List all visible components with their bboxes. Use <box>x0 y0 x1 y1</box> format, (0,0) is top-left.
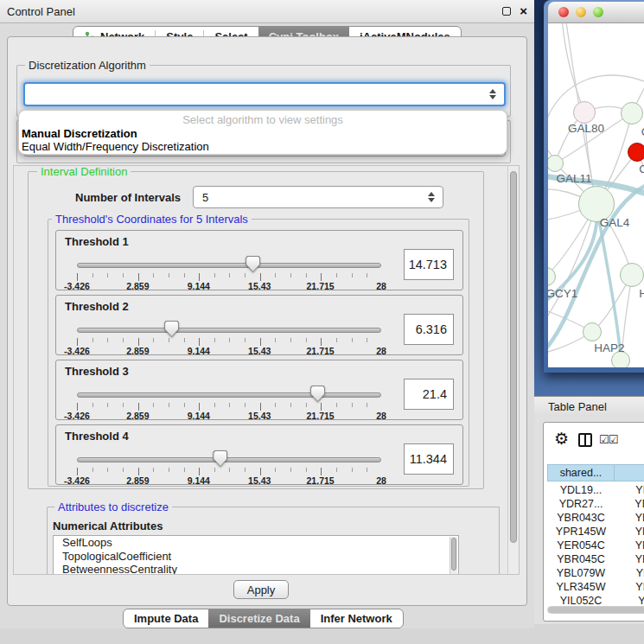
column-layout-icon[interactable] <box>578 433 592 447</box>
network-node-red[interactable] <box>628 143 644 162</box>
network-node-g[interactable] <box>621 102 643 124</box>
window-title: Control Panel <box>7 5 75 18</box>
slider-ticks <box>77 338 382 346</box>
tick-label: 15.43 <box>248 411 271 421</box>
threshold-4-slider[interactable] <box>77 457 381 462</box>
minimize-traffic-light-icon[interactable] <box>576 7 586 17</box>
column-header-name[interactable]: n <box>615 464 644 481</box>
tick-label: 28 <box>376 346 386 356</box>
algorithm-dropdown-popup: Select algorithm to view settings Manual… <box>18 110 507 155</box>
tab-infer-network[interactable]: Infer Network <box>310 609 403 628</box>
gear-icon[interactable]: ⚙ <box>554 430 569 449</box>
zoom-traffic-light-icon[interactable] <box>593 7 603 17</box>
control-panel-titlebar: Control Panel × <box>0 0 534 23</box>
number-of-intervals-value: 5 <box>202 191 208 204</box>
slider-thumb[interactable] <box>310 386 325 402</box>
tick-label: 9.144 <box>188 281 210 291</box>
tick-label: 9.144 <box>188 475 210 486</box>
node-label-h: H <box>639 287 644 300</box>
node-table: ⚙ ☑☑ shared... n YDL19...YDL1 YDR27...YD… <box>543 422 644 622</box>
discretization-algorithm-label: Discretization Algorithm <box>25 59 150 72</box>
tick-label: -3.426 <box>64 475 90 486</box>
table-row[interactable]: YBL079WYBL0 <box>547 566 644 580</box>
slider-ticks <box>77 273 382 281</box>
tick-label: 2.859 <box>126 281 149 291</box>
slider-thumb[interactable] <box>164 321 179 337</box>
node-label-gal80: GAL80 <box>568 122 604 135</box>
threshold-4-panel: Threshold 4 -3.426 2.859 9.144 15.43 21.… <box>55 424 463 485</box>
threshold-3-panel: Threshold 3 -3.426 2.859 9.144 15.43 21.… <box>55 360 463 420</box>
horizontal-scrollbar[interactable] <box>547 606 644 614</box>
network-window-titlebar <box>548 2 644 23</box>
thresholds-group: Threshold's Coordinates for 5 Intervals … <box>48 219 469 487</box>
table-row[interactable]: YDR27...YDR2 <box>547 497 644 511</box>
slider-thumb[interactable] <box>245 256 260 272</box>
select-columns-icon[interactable]: ☑☑ <box>599 433 617 446</box>
node-label-gcy1: GCY1 <box>548 287 577 300</box>
list-item[interactable]: BetweennessCentrality <box>54 563 458 575</box>
table-row[interactable]: YBR043CYBR0 <box>547 511 644 525</box>
table-row[interactable]: YER054CYER0 <box>547 539 644 552</box>
list-item[interactable]: TopologicalCoefficient <box>54 550 458 564</box>
node-label-gal4: GAL4 <box>600 216 630 229</box>
tick-label: 2.859 <box>126 346 149 356</box>
tab-impute-data[interactable]: Impute Data <box>124 609 208 628</box>
close-traffic-light-icon[interactable] <box>558 7 569 17</box>
tick-label: 2.859 <box>126 411 149 421</box>
tick-label: -3.426 <box>64 411 90 421</box>
tick-label: 9.144 <box>188 346 210 356</box>
network-node-h[interactable] <box>620 263 644 287</box>
algorithm-hint: Select algorithm to view settings <box>19 113 507 126</box>
number-of-intervals-combobox[interactable]: 5 <box>193 186 443 208</box>
threshold-4-value[interactable]: 11.344 <box>404 443 454 475</box>
cyni-toolbox-panel: Discretization Algorithm Select algorith… <box>7 36 527 606</box>
list-scrollbar[interactable] <box>450 537 457 574</box>
algorithm-option-equal-width[interactable]: Equal Width/Frequency Discretization <box>22 140 209 153</box>
threshold-1-value[interactable]: 14.713 <box>404 249 454 280</box>
table-row[interactable]: YLR345WYLR3 <box>547 580 644 594</box>
number-of-intervals-label: Number of Intervals <box>75 191 181 204</box>
network-node-hap2[interactable] <box>583 322 602 341</box>
threshold-1-slider[interactable] <box>77 263 381 268</box>
attributes-group-label: Attributes to discretize <box>54 501 172 513</box>
slider-ticks <box>77 403 382 411</box>
tab-discretize-data[interactable]: Discretize Data <box>208 609 309 628</box>
interval-definition-label: Interval Definition <box>37 165 131 178</box>
threshold-3-value[interactable]: 21.4 <box>404 379 454 410</box>
network-node-gal80[interactable] <box>573 101 596 124</box>
node-label-gal11: GAL11 <box>556 172 591 185</box>
slider-thumb[interactable] <box>213 450 227 467</box>
settings-scrollbar[interactable] <box>507 166 519 575</box>
column-header-shared[interactable]: shared... <box>547 464 615 481</box>
numerical-attributes-list[interactable]: SelfLoops TopologicalCoefficient Between… <box>53 535 459 575</box>
tick-label: 21.715 <box>307 346 335 356</box>
table-panel: ⚙ ☑☑ shared... n YDL19...YDL1 YDR27...YD… <box>534 417 644 624</box>
tick-label: 15.43 <box>248 475 271 486</box>
table-row[interactable]: YPR145WYPR1 <box>547 525 644 539</box>
float-window-icon[interactable] <box>502 7 511 16</box>
combo-arrows-icon <box>489 89 496 99</box>
tick-label: -3.426 <box>64 281 90 291</box>
combo-arrows-icon <box>428 192 435 202</box>
slider-ticks <box>77 468 382 475</box>
control-panel-window: Control Panel × Network Style Select Cyn… <box>0 0 534 628</box>
tick-label: 28 <box>376 411 386 421</box>
close-icon[interactable]: × <box>520 7 527 16</box>
apply-button[interactable]: Apply <box>233 580 289 599</box>
cyni-bottom-tabs: Impute Data Discretize Data Infer Networ… <box>123 609 404 628</box>
tick-label: 21.715 <box>307 281 335 291</box>
threshold-2-panel: Threshold 2 -3.426 2.859 9.144 15.43 21.… <box>55 295 463 355</box>
table-row[interactable]: YBR045CYBR0 <box>547 552 644 566</box>
threshold-3-slider[interactable] <box>77 392 381 398</box>
threshold-2-slider[interactable] <box>77 328 381 333</box>
table-panel-title: Table Panel <box>548 400 607 413</box>
tick-label: -3.426 <box>64 346 90 356</box>
table-row[interactable]: YDL19...YDL1 <box>547 483 644 497</box>
tick-label: 21.715 <box>307 411 335 421</box>
algorithm-option-manual[interactable]: Manual Discretization <box>22 127 137 140</box>
network-canvas[interactable]: GAL80 G C GAL11 GAL4 GCY1 H HAP2 <box>548 23 644 367</box>
node-label-hap2: HAP2 <box>594 341 624 354</box>
list-item[interactable]: SelfLoops <box>54 536 458 550</box>
algorithm-combobox[interactable] <box>23 82 506 106</box>
threshold-2-value[interactable]: 6.316 <box>404 314 454 345</box>
